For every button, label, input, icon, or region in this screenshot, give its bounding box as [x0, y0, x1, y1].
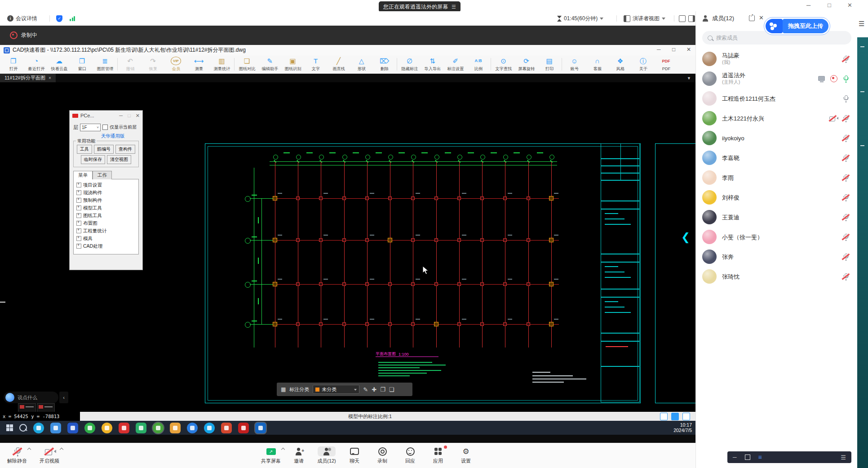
- tree-node-项目设置[interactable]: 项目设置: [75, 181, 137, 189]
- expand-icon[interactable]: [76, 221, 81, 226]
- mic-muted-icon[interactable]: [842, 154, 849, 161]
- mic-muted-icon[interactable]: [842, 134, 849, 142]
- chevron-up-icon[interactable]: [60, 448, 63, 451]
- cad-tool-annotation-settings[interactable]: ✐标注设置: [444, 55, 467, 73]
- pc-close-icon[interactable]: ✕: [136, 113, 140, 119]
- tab-list-caret-icon[interactable]: ▼: [687, 76, 691, 80]
- app-blue-icon[interactable]: [67, 423, 78, 433]
- cad-tool-window[interactable]: ❒窗口: [71, 55, 93, 73]
- mic-muted-icon[interactable]: [842, 253, 849, 260]
- expand-icon[interactable]: [76, 205, 81, 210]
- pc-button-工具[interactable]: 工具: [77, 145, 92, 154]
- cad-minimize-icon[interactable]: ─: [657, 46, 661, 53]
- side-panel-button[interactable]: [688, 11, 695, 26]
- minimize-bar-icon[interactable]: ─: [733, 454, 737, 460]
- footer-settings[interactable]: ⚙设置: [453, 446, 478, 464]
- cad-tool-cloud-drive[interactable]: ☁快看云盘: [48, 55, 71, 73]
- tree-node-现浇构件[interactable]: 现浇构件: [75, 189, 137, 196]
- taskbar-clock[interactable]: 10:17 2024/7/5: [654, 422, 692, 433]
- edge-menu-icon[interactable]: ☰: [859, 20, 864, 28]
- start-menu-icon[interactable]: [6, 424, 13, 431]
- cad-tool-pdf[interactable]: PDFPDF: [655, 55, 678, 73]
- cloud-disk-b-icon[interactable]: [204, 423, 215, 433]
- member-row[interactable]: 李嘉晓: [696, 148, 857, 168]
- footer-invite[interactable]: +邀请: [286, 446, 311, 464]
- cad-tool-drawing-recognize[interactable]: ▣图纸识别: [281, 55, 304, 73]
- tree-node-模具[interactable]: 模具: [75, 235, 137, 242]
- close-icon[interactable]: ✕: [847, 2, 852, 9]
- pc-button-临时保存[interactable]: 临时保存: [81, 155, 105, 164]
- tree-node-图纸工具[interactable]: 图纸工具: [75, 212, 137, 219]
- member-row[interactable]: 土木1221付永兴: [696, 108, 857, 128]
- cad-red-icon[interactable]: [238, 423, 249, 433]
- pc-tab-工作[interactable]: 工作: [93, 171, 112, 179]
- cad-maximize-icon[interactable]: □: [672, 46, 675, 53]
- maximize-icon[interactable]: □: [828, 2, 831, 9]
- expand-icon[interactable]: [76, 244, 81, 249]
- cad-tool-about[interactable]: ⓘ关于: [632, 55, 655, 73]
- cad-tool-style[interactable]: ❖风格: [609, 55, 632, 73]
- browser-360-icon[interactable]: [153, 423, 164, 433]
- chat-collapse-button[interactable]: ‹: [59, 392, 68, 403]
- cad-tool-scale-ratio[interactable]: A:B比例: [467, 55, 490, 73]
- folder-icon[interactable]: [170, 423, 181, 433]
- wechat-icon[interactable]: [136, 423, 146, 433]
- expand-icon[interactable]: [76, 213, 81, 218]
- footer-camera-muted[interactable]: 开启视频: [37, 446, 62, 464]
- expand-icon[interactable]: [76, 183, 81, 187]
- cad-tool-account[interactable]: ☺账号: [563, 55, 586, 73]
- pc-tab-菜单[interactable]: 菜单: [73, 171, 93, 179]
- mic-muted-icon[interactable]: [842, 55, 849, 62]
- upload-dropzone-button[interactable]: 拖拽至此上传: [764, 17, 830, 35]
- mic-muted-icon[interactable]: [842, 194, 849, 201]
- mic-muted-icon[interactable]: [842, 273, 849, 280]
- pc-button-清空视图[interactable]: 清空视图: [107, 155, 131, 164]
- footer-members[interactable]: 成员(12): [314, 446, 339, 464]
- more-menu-icon[interactable]: ☰: [841, 454, 846, 461]
- cad-tool-recent-clock[interactable]: ◔最近打开: [25, 55, 48, 73]
- tree-node-预制构件[interactable]: 预制构件: [75, 196, 137, 204]
- camera-off-icon[interactable]: [829, 115, 837, 122]
- footer-mic-muted[interactable]: 解除静音: [4, 446, 30, 464]
- adobe-red-icon[interactable]: [119, 423, 129, 433]
- footer-record[interactable]: 录制: [370, 446, 395, 464]
- fullscreen-button[interactable]: [679, 11, 686, 26]
- pc-button-查构件[interactable]: 查构件: [115, 145, 135, 154]
- footer-apps[interactable]: 应用: [425, 446, 451, 464]
- meeting-details-button[interactable]: i 会议详情: [7, 11, 37, 26]
- cad-tool-support[interactable]: ∩客服: [586, 55, 609, 73]
- wps-red-icon[interactable]: [221, 423, 232, 433]
- cad-tool-open-folder[interactable]: ❐打开: [2, 55, 25, 73]
- statusbar-tool-icon[interactable]: [660, 413, 668, 420]
- cad-tool-hide-annotation[interactable]: ∅隐藏标注: [398, 55, 421, 73]
- member-row[interactable]: 小斐（徐一斐）: [696, 227, 857, 247]
- cad-tool-measure-stats[interactable]: ▥测量统计: [210, 55, 233, 73]
- cad-tool-import-export[interactable]: ⇅导入导出: [421, 55, 444, 73]
- mic-icon[interactable]: [842, 95, 849, 102]
- chevron-up-icon[interactable]: [27, 448, 31, 451]
- edge-browser-icon[interactable]: [33, 423, 44, 433]
- member-row[interactable]: 刘梓俊: [696, 187, 857, 207]
- expand-icon[interactable]: [76, 236, 81, 241]
- tree-node-模型工具[interactable]: 模型工具: [75, 204, 137, 212]
- cad-close-icon[interactable]: ✕: [686, 46, 691, 53]
- layout-square-icon[interactable]: [745, 455, 750, 460]
- member-row[interactable]: 李雨: [696, 168, 857, 187]
- tree-node-CAD处理[interactable]: CAD处理: [75, 242, 137, 250]
- only-current-layer-checkbox[interactable]: [102, 125, 108, 130]
- mic-muted-icon[interactable]: [842, 214, 849, 221]
- cad-tool-edit-assistant[interactable]: ✎编辑助手: [258, 55, 281, 73]
- cad-tool-print[interactable]: ▤打印: [538, 55, 561, 73]
- cad-tool-shapes[interactable]: △形状: [350, 55, 373, 73]
- pc-maximize-icon[interactable]: □: [128, 113, 131, 118]
- tree-node-布置图[interactable]: 布置图: [75, 219, 137, 227]
- network-signal-icon[interactable]: [70, 11, 75, 26]
- view-mode-selector[interactable]: 演讲者视图: [624, 11, 665, 26]
- member-row[interactable]: 王蓑迪: [696, 207, 857, 227]
- meeting-timer[interactable]: 01:45(60分钟): [557, 11, 603, 26]
- pc-minimize-icon[interactable]: ─: [119, 113, 123, 118]
- layer-select[interactable]: 1F˅: [80, 124, 101, 131]
- cad-tool-redo[interactable]: ↷恢复: [142, 55, 164, 73]
- footer-chat[interactable]: 聊天: [342, 446, 367, 464]
- cad-viewer-icon[interactable]: [255, 423, 266, 433]
